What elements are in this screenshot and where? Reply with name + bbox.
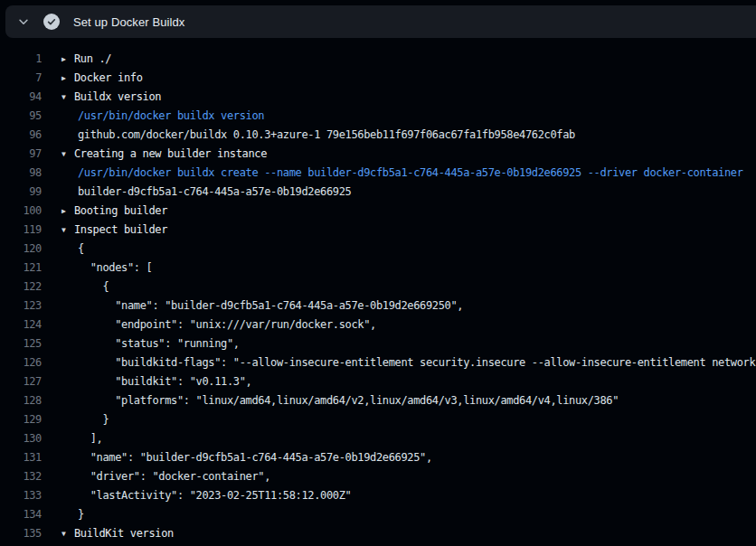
log-line: 95/usr/bin/docker buildx version bbox=[0, 107, 756, 126]
log-group-title: Inspect builder bbox=[74, 223, 167, 236]
log-text: "name": "builder-d9cfb5a1-c764-445a-a57e… bbox=[78, 297, 463, 315]
line-number[interactable]: 100 bbox=[0, 202, 42, 221]
log-group-title: Booting builder bbox=[74, 204, 167, 217]
line-number[interactable]: 125 bbox=[0, 334, 42, 353]
log-line: 98/usr/bin/docker buildx create --name b… bbox=[0, 164, 756, 183]
log-line: 135▼BuildKit version bbox=[0, 524, 756, 543]
log-text: "buildkitd-flags": "--allow-insecure-ent… bbox=[78, 353, 756, 372]
line-number[interactable]: 121 bbox=[0, 259, 42, 278]
line-number[interactable]: 129 bbox=[0, 410, 42, 429]
line-number[interactable]: 135 bbox=[0, 524, 42, 543]
line-number[interactable]: 95 bbox=[0, 107, 42, 126]
log-text: } bbox=[78, 410, 109, 429]
log-group-title: Creating a new builder instance bbox=[74, 147, 267, 160]
line-number[interactable]: 130 bbox=[0, 429, 42, 448]
line-number[interactable]: 122 bbox=[0, 278, 42, 297]
log-group-title: Buildx version bbox=[74, 90, 161, 103]
log-text: "driver": "docker-container", bbox=[78, 467, 270, 486]
triangle-down-icon: ▼ bbox=[61, 524, 74, 543]
log-text: builder-d9cfb5a1-c764-445a-a57e-0b19d2e6… bbox=[78, 183, 351, 202]
triangle-right-icon: ▶ bbox=[61, 50, 74, 69]
log-text: "status": "running", bbox=[78, 334, 240, 353]
log-text: ], bbox=[78, 429, 103, 448]
log-text: { bbox=[78, 240, 84, 259]
log-text: "nodes": [ bbox=[78, 259, 153, 278]
log-group-title: BuildKit version bbox=[74, 527, 174, 540]
step-header[interactable]: Set up Docker Buildx bbox=[5, 5, 756, 38]
log-line: 120{ bbox=[0, 240, 756, 259]
log-line: 132 "driver": "docker-container", bbox=[0, 467, 756, 486]
log-line: 127 "buildkit": "v0.11.3", bbox=[0, 372, 756, 391]
line-number[interactable]: 124 bbox=[0, 315, 42, 334]
log-group-title: Docker info bbox=[74, 71, 143, 84]
log-line: 124 "endpoint": "unix:///var/run/docker.… bbox=[0, 315, 756, 334]
log-group-toggle[interactable]: ▶Docker info bbox=[61, 69, 143, 88]
triangle-right-icon: ▶ bbox=[61, 202, 74, 221]
log-line: 123 "name": "builder-d9cfb5a1-c764-445a-… bbox=[0, 297, 756, 315]
line-number[interactable]: 1 bbox=[0, 50, 42, 69]
line-number[interactable]: 99 bbox=[0, 183, 42, 202]
line-number[interactable]: 133 bbox=[0, 486, 42, 505]
log-line: 100▶Booting builder bbox=[0, 202, 756, 221]
log-text: "buildkit": "v0.11.3", bbox=[78, 372, 252, 391]
log-line: 126 "buildkitd-flags": "--allow-insecure… bbox=[0, 353, 756, 372]
log-text: github.com/docker/buildx 0.10.3+azure-1 … bbox=[78, 126, 575, 145]
line-number[interactable]: 7 bbox=[0, 69, 42, 88]
line-number[interactable]: 96 bbox=[0, 126, 42, 145]
log-group-toggle[interactable]: ▶Run ./ bbox=[61, 50, 111, 69]
log-line: 129 } bbox=[0, 410, 756, 429]
check-circle-icon bbox=[43, 14, 60, 30]
log-text: "platforms": "linux/amd64,linux/amd64/v2… bbox=[78, 391, 619, 410]
log-group-toggle[interactable]: ▼BuildKit version bbox=[61, 524, 174, 543]
log-group-title: Run ./ bbox=[74, 52, 111, 65]
triangle-down-icon: ▼ bbox=[61, 221, 74, 240]
log-line: 133 "lastActivity": "2023-02-25T11:58:12… bbox=[0, 486, 756, 505]
line-number[interactable]: 132 bbox=[0, 467, 42, 486]
log-line: 119▼Inspect builder bbox=[0, 221, 756, 240]
log-command-text: /usr/bin/docker buildx create --name bui… bbox=[78, 164, 743, 183]
log-line: 121 "nodes": [ bbox=[0, 259, 756, 278]
line-number[interactable]: 127 bbox=[0, 372, 42, 391]
log-text: } bbox=[78, 505, 84, 524]
line-number[interactable]: 119 bbox=[0, 221, 42, 240]
log-line: 94▼Buildx version bbox=[0, 88, 756, 107]
log-line: 96github.com/docker/buildx 0.10.3+azure-… bbox=[0, 126, 756, 145]
triangle-down-icon: ▼ bbox=[61, 88, 74, 107]
log-line: 7▶Docker info bbox=[0, 69, 756, 88]
step-title: Set up Docker Buildx bbox=[73, 15, 184, 29]
log-line: 125 "status": "running", bbox=[0, 334, 756, 353]
log-text: "lastActivity": "2023-02-25T11:58:12.000… bbox=[78, 486, 351, 505]
log-line: 99builder-d9cfb5a1-c764-445a-a57e-0b19d2… bbox=[0, 183, 756, 202]
log-group-toggle[interactable]: ▼Creating a new builder instance bbox=[61, 145, 267, 164]
line-number[interactable]: 134 bbox=[0, 505, 42, 524]
line-number[interactable]: 98 bbox=[0, 164, 42, 183]
triangle-right-icon: ▶ bbox=[61, 69, 74, 88]
log-line: 128 "platforms": "linux/amd64,linux/amd6… bbox=[0, 391, 756, 410]
chevron-down-icon[interactable] bbox=[16, 14, 31, 29]
log-lines: 1▶Run ./7▶Docker info94▼Buildx version95… bbox=[0, 38, 756, 546]
line-number[interactable]: 131 bbox=[0, 448, 42, 467]
log-group-toggle[interactable]: ▼Inspect builder bbox=[61, 221, 167, 240]
log-group-toggle[interactable]: ▶Booting builder bbox=[61, 202, 167, 221]
log-line: 130 ], bbox=[0, 429, 756, 448]
line-number[interactable]: 128 bbox=[0, 391, 42, 410]
log-command-text: /usr/bin/docker buildx version bbox=[78, 107, 264, 126]
log-line: 134} bbox=[0, 505, 756, 524]
log-line: 97▼Creating a new builder instance bbox=[0, 145, 756, 164]
line-number[interactable]: 97 bbox=[0, 145, 42, 164]
line-number[interactable]: 94 bbox=[0, 88, 42, 107]
line-number[interactable]: 123 bbox=[0, 297, 42, 315]
log-text: { bbox=[78, 278, 109, 297]
triangle-down-icon: ▼ bbox=[61, 145, 74, 164]
log-line: 1▶Run ./ bbox=[0, 50, 756, 69]
log-line: 131 "name": "builder-d9cfb5a1-c764-445a-… bbox=[0, 448, 756, 467]
log-text: "endpoint": "unix:///var/run/docker.sock… bbox=[78, 315, 376, 334]
log-line: 122 { bbox=[0, 278, 756, 297]
line-number[interactable]: 120 bbox=[0, 240, 42, 259]
log-group-toggle[interactable]: ▼Buildx version bbox=[61, 88, 161, 107]
log-text: "name": "builder-d9cfb5a1-c764-445a-a57e… bbox=[78, 448, 432, 467]
line-number[interactable]: 126 bbox=[0, 353, 42, 372]
